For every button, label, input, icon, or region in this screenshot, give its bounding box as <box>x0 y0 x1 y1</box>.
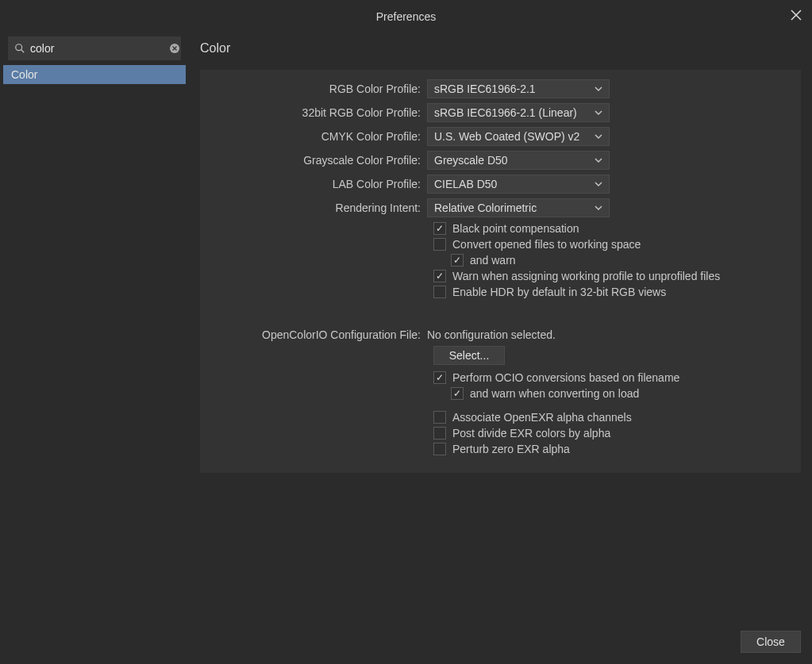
svg-line-3 <box>21 50 25 53</box>
convert-ws-warn-label: and warn <box>470 254 516 267</box>
exr-perturb-label: Perturb zero EXR alpha <box>452 443 570 455</box>
convert-ws-warn-checkbox[interactable] <box>451 254 464 267</box>
chevron-down-icon <box>595 202 602 214</box>
preferences-window: Preferences Color Color <box>0 0 812 664</box>
sidebar: Color <box>0 33 189 664</box>
close-icon <box>791 10 802 23</box>
rendering-intent-label: Rendering Intent: <box>211 202 427 214</box>
cmyk-profile-value: U.S. Web Coated (SWOP) v2 <box>434 130 595 143</box>
exr-post-divide-checkbox[interactable] <box>433 427 446 439</box>
exr-post-divide-label: Post divide EXR colors by alpha <box>452 427 610 439</box>
enable-hdr-label: Enable HDR by default in 32-bit RGB view… <box>452 286 666 298</box>
lab-profile-value: CIELAB D50 <box>434 178 595 190</box>
window-title: Preferences <box>376 10 436 23</box>
chevron-down-icon <box>595 106 602 119</box>
rendering-intent-value: Relative Colorimetric <box>434 202 595 214</box>
convert-ws-checkbox[interactable] <box>433 238 446 251</box>
ocio-select-button[interactable]: Select... <box>433 346 505 365</box>
search-field[interactable] <box>8 36 181 60</box>
clear-search-icon[interactable] <box>169 43 180 54</box>
rgb-profile-value: sRGB IEC61966-2.1 <box>434 83 595 95</box>
sidebar-item-label: Color <box>11 68 37 81</box>
convert-ws-label: Convert opened files to working space <box>452 238 641 251</box>
rendering-intent-select[interactable]: Relative Colorimetric <box>427 198 610 217</box>
svg-point-2 <box>16 44 22 51</box>
lab-profile-select[interactable]: CIELAB D50 <box>427 175 610 194</box>
warn-assign-label: Warn when assigning working profile to u… <box>452 270 720 282</box>
chevron-down-icon <box>595 154 602 167</box>
cmyk-profile-label: CMYK Color Profile: <box>211 130 427 143</box>
titlebar: Preferences <box>0 0 812 33</box>
rgb32-profile-select[interactable]: sRGB IEC61966-2.1 (Linear) <box>427 103 610 122</box>
gray-profile-select[interactable]: Greyscale D50 <box>427 151 610 170</box>
window-body: Color Color RGB Color Profile: sRGB IEC6… <box>0 33 812 664</box>
exr-perturb-checkbox[interactable] <box>433 443 446 455</box>
enable-hdr-checkbox[interactable] <box>433 286 446 298</box>
gray-profile-label: Grayscale Color Profile: <box>211 154 427 167</box>
ocio-filename-checkbox[interactable] <box>433 371 446 384</box>
search-icon <box>14 43 25 54</box>
ocio-filename-warn-checkbox[interactable] <box>451 387 464 400</box>
chevron-down-icon <box>595 130 602 143</box>
color-panel: RGB Color Profile: sRGB IEC61966-2.1 32b… <box>200 70 801 473</box>
warn-assign-checkbox[interactable] <box>433 270 446 282</box>
rgb32-profile-value: sRGB IEC61966-2.1 (Linear) <box>434 106 595 119</box>
window-close-button[interactable] <box>787 6 806 25</box>
sidebar-item-color[interactable]: Color <box>3 65 186 84</box>
close-button[interactable]: Close <box>741 631 801 653</box>
search-input[interactable] <box>30 42 169 55</box>
main-content: Color RGB Color Profile: sRGB IEC61966-2… <box>189 33 812 664</box>
ocio-file-label: OpenColorIO Configuration File: <box>211 328 427 341</box>
cmyk-profile-select[interactable]: U.S. Web Coated (SWOP) v2 <box>427 127 610 146</box>
exr-alpha-checkbox[interactable] <box>433 411 446 424</box>
chevron-down-icon <box>595 83 602 95</box>
blackpoint-label: Black point compensation <box>452 222 579 235</box>
exr-alpha-label: Associate OpenEXR alpha channels <box>452 411 632 424</box>
gray-profile-value: Greyscale D50 <box>434 154 595 167</box>
ocio-filename-warn-label: and warn when converting on load <box>470 387 639 400</box>
rgb-profile-select[interactable]: sRGB IEC61966-2.1 <box>427 79 610 98</box>
blackpoint-checkbox[interactable] <box>433 222 446 235</box>
ocio-file-value: No configuration selected. <box>427 328 556 341</box>
rgb32-profile-label: 32bit RGB Color Profile: <box>211 106 427 119</box>
chevron-down-icon <box>595 178 602 190</box>
lab-profile-label: LAB Color Profile: <box>211 178 427 190</box>
page-title: Color <box>189 33 812 70</box>
rgb-profile-label: RGB Color Profile: <box>211 83 427 95</box>
ocio-filename-label: Perform OCIO conversions based on filena… <box>452 371 679 384</box>
footer: Close <box>189 621 812 664</box>
